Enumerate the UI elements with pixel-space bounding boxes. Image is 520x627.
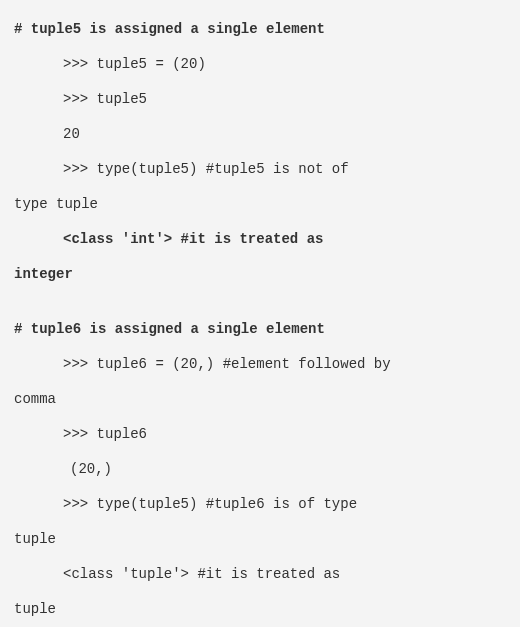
comment-line: # tuple5 is assigned a single element [14,12,506,47]
spacer [14,292,506,312]
output-line-wrap: integer [14,257,506,292]
comment-line: # tuple6 is assigned a single element [14,312,506,347]
code-line: >>> tuple6 [14,417,506,452]
code-line-wrap: tuple [14,522,506,557]
code-line: >>> type(tuple5) #tuple5 is not of [14,152,506,187]
output-line-wrap: tuple [14,592,506,627]
code-line-wrap: comma [14,382,506,417]
output-line: (20,) [14,452,506,487]
code-block: # tuple5 is assigned a single element >>… [14,12,506,627]
code-line: >>> type(tuple5) #tuple6 is of type [14,487,506,522]
code-line: >>> tuple5 [14,82,506,117]
output-line: 20 [14,117,506,152]
code-line: >>> tuple5 = (20) [14,47,506,82]
code-line-wrap: type tuple [14,187,506,222]
output-line: <class 'tuple'> #it is treated as [14,557,506,592]
code-line: >>> tuple6 = (20,) #element followed by [14,347,506,382]
output-line: <class 'int'> #it is treated as [14,222,506,257]
